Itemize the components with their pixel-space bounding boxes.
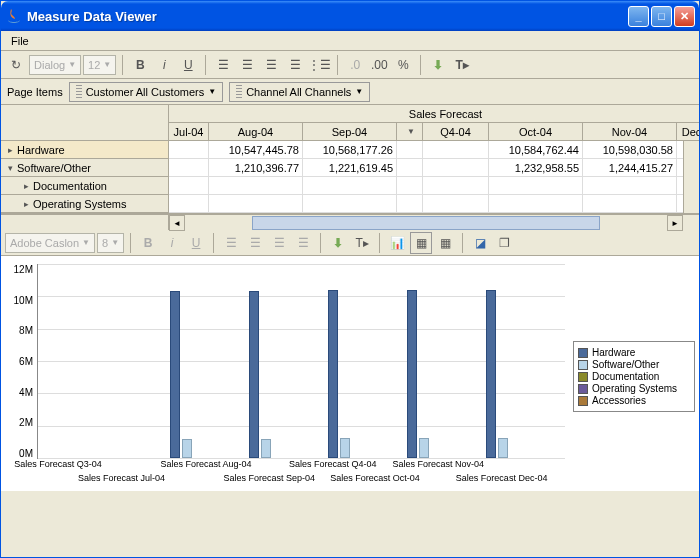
decimal-inc-button[interactable]: .00 [368, 54, 390, 76]
y-axis: 12M10M8M6M4M2M0M [9, 264, 37, 459]
fontsize-combo-2[interactable]: 8▼ [97, 233, 124, 253]
fontsize-combo[interactable]: 12▼ [83, 55, 116, 75]
data-cell[interactable] [209, 177, 303, 195]
bar-group [170, 291, 192, 458]
data-cell[interactable] [209, 195, 303, 213]
legend-item: Hardware [578, 347, 690, 358]
align-c-2[interactable]: ☰ [244, 232, 266, 254]
font-combo-2[interactable]: Adobe Caslon▼ [5, 233, 95, 253]
align-left-button[interactable]: ☰ [212, 54, 234, 76]
legend-item: Accessories [578, 395, 690, 406]
row-header[interactable]: ▸Documentation [1, 177, 169, 195]
data-cell[interactable] [303, 177, 397, 195]
scroll-right-button[interactable]: ► [667, 215, 683, 231]
data-cell[interactable] [423, 195, 489, 213]
percent-button[interactable]: % [392, 54, 414, 76]
italic-button-2[interactable]: i [161, 232, 183, 254]
data-cell[interactable]: 1,244,415.27 [583, 159, 677, 177]
data-cell[interactable] [489, 177, 583, 195]
data-cell[interactable] [169, 159, 209, 177]
data-cell[interactable] [583, 195, 677, 213]
data-cell[interactable] [423, 177, 489, 195]
col-header[interactable]: Q4-04 [423, 123, 489, 141]
font-combo[interactable]: Dialog▼ [29, 55, 81, 75]
grid-icon[interactable]: ▦ [410, 232, 432, 254]
vertical-scrollbar[interactable] [683, 141, 699, 213]
data-cell[interactable] [169, 195, 209, 213]
page-items-label: Page Items [7, 86, 63, 98]
legend: HardwareSoftware/OtherDocumentationOpera… [573, 341, 695, 412]
wrap-2[interactable]: ☰ [292, 232, 314, 254]
align-l-2[interactable]: ☰ [220, 232, 242, 254]
copy-icon[interactable]: ❐ [493, 232, 515, 254]
scroll-left-button[interactable]: ◄ [169, 215, 185, 231]
col-header[interactable]: Oct-04 [489, 123, 583, 141]
data-table: ▸Hardware▾Software/Other▸Documentation▸O… [1, 105, 699, 214]
col-group-header[interactable]: Sales Forecast [169, 105, 699, 123]
col-header[interactable]: Jul-04 [169, 123, 209, 141]
window-title: Measure Data Viewer [27, 9, 628, 24]
data-cell[interactable] [169, 177, 209, 195]
italic-button[interactable]: i [153, 54, 175, 76]
col-header[interactable]: ▼ [397, 123, 423, 141]
data-cell[interactable] [397, 159, 423, 177]
data-cell[interactable] [583, 177, 677, 195]
row-header[interactable]: ▸Operating Systems [1, 195, 169, 213]
close-button[interactable]: ✕ [674, 6, 695, 27]
bar-group [486, 290, 508, 458]
maximize-button[interactable]: □ [651, 6, 672, 27]
col-header[interactable]: Sep-04 [303, 123, 397, 141]
wrap-button[interactable]: ☰ [284, 54, 306, 76]
menu-file[interactable]: File [5, 33, 35, 49]
data-cell[interactable] [489, 195, 583, 213]
tool-c-button[interactable]: ⬇ [327, 232, 349, 254]
chart-icon[interactable]: 📊 [386, 232, 408, 254]
col-header[interactable]: Aug-04 [209, 123, 303, 141]
legend-item: Documentation [578, 371, 690, 382]
x-axis: Sales Forecast Q3-04Sales Forecast Aug-0… [37, 459, 565, 489]
decimal-dec-button[interactable]: .0 [344, 54, 366, 76]
tool-d-button[interactable]: T▸ [351, 232, 373, 254]
page-item-channel[interactable]: Channel All Channels▼ [229, 82, 370, 102]
bar-group [407, 290, 429, 458]
bar-group [328, 290, 350, 458]
row-header[interactable]: ▸Hardware [1, 141, 169, 159]
menubar: File [1, 31, 699, 51]
underline-button[interactable]: U [177, 54, 199, 76]
chart: 12M10M8M6M4M2M0M Sales Forecast Q3-04Sal… [1, 256, 699, 491]
tool-a-button[interactable]: ⬇ [427, 54, 449, 76]
col-header[interactable]: Nov-04 [583, 123, 677, 141]
java-icon [5, 7, 23, 25]
data-cell[interactable] [397, 141, 423, 159]
data-cell[interactable] [423, 141, 489, 159]
bold-button[interactable]: B [129, 54, 151, 76]
swatch-icon[interactable]: ◪ [469, 232, 491, 254]
align-r-2[interactable]: ☰ [268, 232, 290, 254]
align-center-button[interactable]: ☰ [236, 54, 258, 76]
page-item-customer[interactable]: Customer All Customers▼ [69, 82, 224, 102]
col-header[interactable]: Dec-04 [677, 123, 699, 141]
legend-item: Software/Other [578, 359, 690, 370]
data-cell[interactable]: 1,210,396.77 [209, 159, 303, 177]
format-button[interactable]: ⋮☰ [308, 54, 331, 76]
row-header[interactable]: ▾Software/Other [1, 159, 169, 177]
refresh-icon[interactable]: ↻ [5, 54, 27, 76]
data-cell[interactable]: 1,221,619.45 [303, 159, 397, 177]
align-right-button[interactable]: ☰ [260, 54, 282, 76]
data-cell[interactable] [423, 159, 489, 177]
tool-b-button[interactable]: T▸ [451, 54, 473, 76]
underline-button-2[interactable]: U [185, 232, 207, 254]
minimize-button[interactable]: _ [628, 6, 649, 27]
data-cell[interactable]: 10,598,030.58 [583, 141, 677, 159]
data-cell[interactable] [397, 195, 423, 213]
data-cell[interactable]: 10,584,762.44 [489, 141, 583, 159]
bold-button-2[interactable]: B [137, 232, 159, 254]
data-cell[interactable]: 10,547,445.78 [209, 141, 303, 159]
data-cell[interactable] [169, 141, 209, 159]
data-cell[interactable]: 1,232,958.55 [489, 159, 583, 177]
data-cell[interactable] [303, 195, 397, 213]
data-cell[interactable]: 10,568,177.26 [303, 141, 397, 159]
table-icon[interactable]: ▦ [434, 232, 456, 254]
hscroll-track[interactable] [185, 215, 667, 230]
data-cell[interactable] [397, 177, 423, 195]
